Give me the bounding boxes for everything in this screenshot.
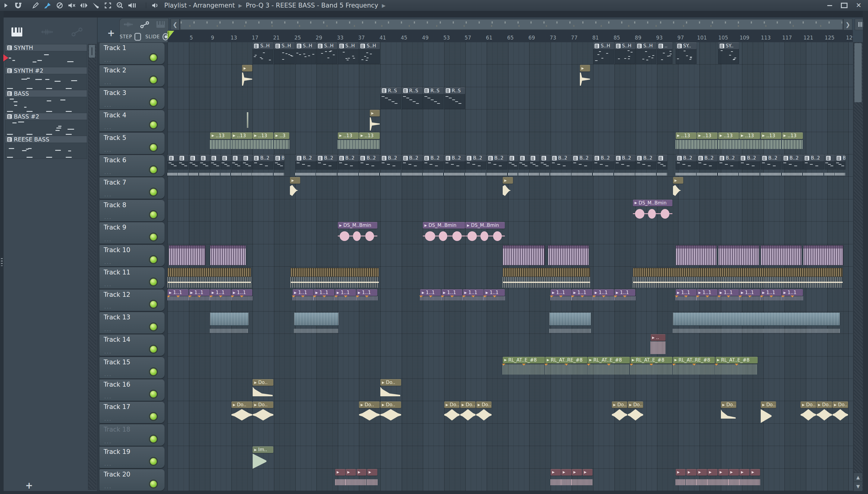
horizontal-scrollbar[interactable] xyxy=(180,19,843,30)
track-mute-led[interactable] xyxy=(150,413,157,420)
track-options-dots[interactable]: ... xyxy=(104,371,112,377)
track-header[interactable]: Track 16... xyxy=(99,379,164,401)
pattern-item[interactable]: SYNTH xyxy=(5,44,87,67)
track-mute-led[interactable] xyxy=(150,167,157,173)
playlist-clip[interactable]: B..2 xyxy=(593,155,614,176)
playlist-clip[interactable]: B..2 xyxy=(444,155,465,176)
track-header[interactable]: Track 1... xyxy=(99,43,164,64)
track-options-dots[interactable]: ... xyxy=(104,416,112,422)
playlist-clip[interactable]: ▶1..1 xyxy=(614,289,635,311)
playlist-clip[interactable]: B..2 xyxy=(253,155,273,176)
playlist-clip[interactable] xyxy=(529,155,539,176)
playlist-clip[interactable]: ▶1..1 xyxy=(572,289,593,311)
track-mute-led[interactable] xyxy=(150,144,157,151)
playlist-clip[interactable]: ▶1..1 xyxy=(293,289,313,311)
playlist-clip[interactable]: ▶ xyxy=(739,469,750,491)
playlist-clip[interactable] xyxy=(291,267,379,289)
playlist-clip[interactable] xyxy=(503,245,545,266)
playlist-clip[interactable]: ▶1..1 xyxy=(718,289,739,311)
step-toggle[interactable] xyxy=(134,33,141,41)
track-name[interactable]: Track 12 xyxy=(104,291,130,298)
playlist-clip[interactable] xyxy=(825,155,835,176)
track-options-dots[interactable]: ... xyxy=(104,438,112,444)
track-header[interactable]: Track 11... xyxy=(99,267,164,289)
playlist-clip[interactable]: ▶ xyxy=(729,469,739,491)
track-name[interactable]: Track 13 xyxy=(104,314,130,321)
playlist-clip[interactable] xyxy=(242,155,252,176)
vscroll-thumb[interactable] xyxy=(854,43,862,102)
playlist-clip[interactable]: R..S xyxy=(423,88,443,109)
track-header[interactable]: Track 9... xyxy=(99,222,164,244)
playlist-clip[interactable]: B..2 xyxy=(380,155,401,176)
playlist-clip[interactable]: SY.. xyxy=(718,42,739,64)
playlist-clip[interactable] xyxy=(673,312,840,334)
playlist-clip[interactable]: ▶Do.. xyxy=(380,379,401,401)
playlist-clip[interactable] xyxy=(803,245,843,266)
playlist-clip[interactable]: ▶ xyxy=(551,469,561,491)
track-header[interactable]: Track 8... xyxy=(99,200,164,221)
playlist-clip[interactable]: ▶Do.. xyxy=(816,401,832,423)
hscroll-thumb[interactable] xyxy=(180,20,842,29)
select-icon[interactable] xyxy=(102,1,114,10)
playlist-clip[interactable]: S..H xyxy=(295,42,316,64)
track-mute-led[interactable] xyxy=(150,346,157,353)
playlist-clip[interactable]: ▶DS_M..Bmin xyxy=(423,222,465,244)
playlist-clip[interactable] xyxy=(178,155,189,176)
playlist-clip[interactable]: ▶ xyxy=(357,469,367,491)
playlist-clip[interactable]: ▶ xyxy=(335,469,346,491)
slip-icon[interactable] xyxy=(78,1,90,10)
playlist-clip[interactable]: B..2 xyxy=(359,155,380,176)
playlist-clip[interactable]: ▶..3 xyxy=(274,132,289,154)
pattern-preview[interactable] xyxy=(5,143,87,159)
playlist-clip[interactable]: B..2 xyxy=(761,155,782,176)
playlist-clip[interactable] xyxy=(210,155,220,176)
playlist-clip[interactable]: ▶RL_AT..RE_#8 xyxy=(673,357,715,379)
playlist-clip[interactable]: B..2 xyxy=(487,155,508,176)
playlist-clip[interactable]: ▶Do.. xyxy=(761,401,776,423)
track-options-dots[interactable]: ... xyxy=(104,79,112,86)
playlist-clip[interactable]: ▶Do.. xyxy=(232,401,252,423)
playlist-clip[interactable] xyxy=(503,267,590,289)
playlist-clip[interactable]: ▶ xyxy=(673,177,683,199)
playlist-clip[interactable]: ▶1..1 xyxy=(761,289,782,311)
track-mute-led[interactable] xyxy=(150,436,157,442)
playlist-clip[interactable]: ▶1..1 xyxy=(697,289,717,311)
playlist-clip[interactable] xyxy=(167,155,178,176)
audio-wave-icon[interactable] xyxy=(40,26,54,37)
playlist-clip[interactable] xyxy=(519,155,529,176)
track-header[interactable]: Track 13... xyxy=(99,312,164,334)
playlist-clip[interactable] xyxy=(169,245,205,266)
playlist-clip[interactable]: ▶ xyxy=(346,469,356,491)
pattern-preview[interactable] xyxy=(5,97,87,113)
pattern-name-header[interactable]: SYNTH #2 xyxy=(5,67,87,74)
playlist-clip[interactable] xyxy=(548,245,589,266)
playlist-clip[interactable]: .. xyxy=(657,42,672,64)
track-mute-led[interactable] xyxy=(150,279,157,285)
track-mute-led[interactable] xyxy=(150,99,157,106)
playlist-clip[interactable]: ▶1..1 xyxy=(314,289,335,311)
playlist-clip[interactable]: ▶1..1 xyxy=(551,289,571,311)
playlist-clip[interactable]: R..S xyxy=(402,88,422,109)
playlist-clip[interactable] xyxy=(199,155,210,176)
track-name[interactable]: Track 17 xyxy=(104,403,130,411)
track-header[interactable]: Track 5... xyxy=(99,133,164,154)
playlist-clip[interactable]: ▶Do.. xyxy=(380,401,401,423)
playlist-clip[interactable]: ▶Do.. xyxy=(253,379,273,401)
playlist-clip[interactable]: ▶..13 xyxy=(359,132,380,154)
pattern-name-header[interactable]: SYNTH xyxy=(5,44,87,51)
track-name[interactable]: Track 2 xyxy=(104,66,126,74)
track-name[interactable]: Track 14 xyxy=(104,336,130,343)
paint-brush-icon[interactable] xyxy=(42,1,54,10)
track-name[interactable]: Track 16 xyxy=(104,381,130,388)
playlist-add-button[interactable]: + xyxy=(107,28,115,38)
playlist-clip[interactable]: ▶Im.. xyxy=(253,446,273,468)
playlist-clip[interactable]: ▶1..1 xyxy=(441,289,462,311)
track-name[interactable]: Track 15 xyxy=(104,359,130,366)
hscroll-right-button[interactable]: ❯ xyxy=(843,19,852,30)
track-options-dots[interactable]: ... xyxy=(104,349,112,355)
pattern-item[interactable]: SYNTH #2 xyxy=(5,67,87,90)
playlist-clip[interactable]: ▶RL_AT..E_#8 xyxy=(503,357,545,379)
playlist-clip[interactable]: ▶ xyxy=(697,469,707,491)
playhead-marker[interactable] xyxy=(167,31,174,39)
track-header[interactable]: Track 3... xyxy=(99,88,164,109)
